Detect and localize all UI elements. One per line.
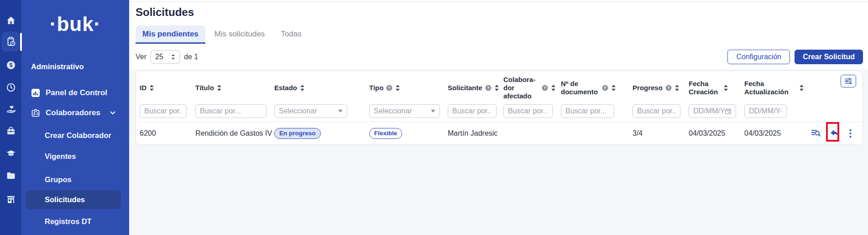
column-header-progreso[interactable]: Progreso ? — [633, 84, 689, 92]
sort-icon[interactable] — [675, 84, 680, 92]
svg-text:$: $ — [9, 62, 12, 68]
sort-icon[interactable] — [551, 84, 556, 92]
page-header: Solicitudes Mis pendientes Mis solicitud… — [129, 0, 868, 69]
home-icon[interactable] — [6, 15, 16, 26]
reply-action-button[interactable] — [829, 128, 840, 139]
sidebar-section-label: Administrativo — [31, 62, 129, 71]
filter-fecha-creacion-input[interactable]: DD/MM/Y — [689, 104, 736, 118]
column-header-fecha-creacion[interactable]: Fecha Creación — [689, 80, 744, 97]
kebab-menu-icon — [849, 129, 852, 138]
page-size-value: 25 — [155, 53, 163, 61]
page-size-suffix: de 1 — [184, 53, 198, 61]
filter-id-input[interactable] — [140, 104, 187, 118]
rail-active-indicator — [20, 33, 22, 51]
table-header-row: ID Título Estado Tipo ? Solicitant — [136, 71, 863, 101]
sidebar-item-grupos[interactable]: Grupos — [21, 175, 129, 184]
column-label: Estado — [274, 84, 297, 92]
filter-tipo-select[interactable]: Seleccionar — [369, 104, 440, 118]
sidebar-item-crear-colaborador[interactable]: Crear Colaborador — [21, 131, 129, 140]
money-icon[interactable]: $ — [6, 60, 16, 70]
graduation-cap-icon[interactable] — [6, 148, 16, 158]
column-header-n-documento[interactable]: Nº de documento ? — [561, 80, 633, 97]
column-label: Colabora-dor afectado — [503, 76, 539, 101]
tab-mis-pendientes[interactable]: Mis pendientes — [136, 26, 205, 44]
folder-icon[interactable] — [6, 170, 16, 180]
column-settings-button[interactable] — [841, 75, 856, 87]
configuration-button[interactable]: Configuración — [727, 50, 790, 64]
help-icon[interactable]: ? — [602, 85, 608, 91]
sort-icon[interactable] — [395, 84, 400, 92]
buk-logo[interactable]: ·buk· — [21, 12, 129, 36]
sidebar-item-colaboradores[interactable]: Colaboradores — [21, 107, 129, 118]
sliders-icon — [844, 78, 852, 84]
svg-text:?: ? — [388, 85, 391, 90]
id-badge-icon — [31, 108, 40, 118]
filter-colaborador-input[interactable] — [503, 104, 553, 118]
select-placeholder: Seleccionar — [279, 107, 317, 115]
history-clock-icon[interactable] — [6, 82, 16, 92]
filter-n-documento-input[interactable] — [561, 104, 614, 118]
table-row[interactable]: 6200 Rendición de Gastos IV En progreso … — [136, 122, 863, 144]
help-icon[interactable]: ? — [485, 85, 492, 91]
main-content: Solicitudes Mis pendientes Mis solicitud… — [129, 0, 868, 235]
cell-id: 6200 — [140, 129, 195, 138]
toolbox-icon[interactable] — [6, 126, 16, 136]
sort-icon[interactable] — [494, 84, 499, 92]
sidebar-item-registros-dt[interactable]: Registros DT — [21, 217, 129, 226]
filter-titulo-input[interactable] — [195, 104, 267, 118]
column-label: Fecha Actualización — [744, 80, 796, 97]
column-header-titulo[interactable]: Título — [195, 84, 274, 92]
sort-icon[interactable] — [611, 84, 616, 92]
filter-fecha-actualizacion-input[interactable]: DD/MM/Y — [744, 104, 787, 118]
column-header-estado[interactable]: Estado — [274, 84, 369, 92]
help-icon[interactable]: ? — [386, 85, 392, 91]
page-title: Solicitudes — [136, 0, 863, 19]
tab-mis-solicitudes[interactable]: Mis solicitudes — [208, 26, 272, 44]
cell-progreso: 3/4 — [633, 129, 689, 138]
help-icon[interactable]: ? — [542, 85, 548, 91]
date-placeholder: DD/MM/Y — [693, 107, 725, 115]
sort-icon[interactable] — [217, 84, 222, 92]
reply-icon — [830, 129, 839, 137]
column-header-colaborador-afectado[interactable]: Colabora-dor afectado ? — [503, 76, 561, 101]
filter-progreso-input[interactable] — [633, 104, 680, 118]
column-header-solicitante[interactable]: Solicitante ? — [448, 84, 503, 92]
view-detail-button[interactable] — [810, 128, 821, 139]
clipboard-clock-icon[interactable] — [6, 36, 16, 46]
row-menu-button[interactable] — [847, 128, 853, 139]
row-actions — [810, 128, 859, 139]
svg-text:?: ? — [487, 85, 490, 90]
cell-fecha-actualizacion: 04/03/2025 — [744, 129, 810, 138]
column-label: Fecha Creación — [689, 80, 721, 97]
help-icon[interactable]: ? — [665, 85, 672, 91]
filter-solicitante-input[interactable] — [448, 104, 497, 118]
tab-todas[interactable]: Todas — [274, 26, 308, 44]
column-header-tipo[interactable]: Tipo ? — [369, 84, 448, 92]
column-header-id[interactable]: ID — [140, 84, 195, 92]
table-controls-row: Ver 25 de 1 Configuración Crear Solicitu… — [136, 49, 863, 65]
calendar-icon — [780, 107, 782, 115]
store-icon[interactable] — [6, 194, 16, 204]
filter-estado-select[interactable]: Seleccionar — [274, 104, 347, 118]
sidebar-item-label: Panel de Control — [46, 88, 107, 97]
sort-icon[interactable] — [149, 84, 154, 92]
hand-heart-icon[interactable] — [6, 105, 16, 115]
page-size-prefix: Ver — [136, 53, 146, 61]
svg-text:?: ? — [544, 85, 546, 90]
type-badge: Flexible — [369, 128, 402, 139]
sort-icon[interactable] — [723, 84, 728, 92]
sidebar-item-vigentes[interactable]: Vigentes — [21, 152, 129, 161]
status-badge: En progreso — [274, 128, 321, 139]
sidebar-item-solicitudes[interactable]: Solicitudes — [26, 190, 121, 209]
page-size-select[interactable]: 25 — [151, 50, 180, 64]
cell-solicitante: Martín Jadresic — [448, 129, 503, 138]
requests-table-card: ID Título Estado Tipo ? Solicitant — [136, 71, 863, 145]
date-placeholder: DD/MM/Y — [749, 107, 780, 115]
sidebar-item-panel-de-control[interactable]: Panel de Control — [21, 87, 129, 98]
cell-fecha-creacion: 04/03/2025 — [689, 129, 744, 138]
create-request-button[interactable]: Crear Solicitud — [795, 50, 863, 64]
column-header-fecha-actualizacion[interactable]: Fecha Actualización — [744, 80, 810, 97]
sort-icon[interactable] — [300, 84, 305, 92]
sort-icon[interactable] — [799, 84, 804, 92]
column-label: Tipo — [369, 84, 383, 92]
